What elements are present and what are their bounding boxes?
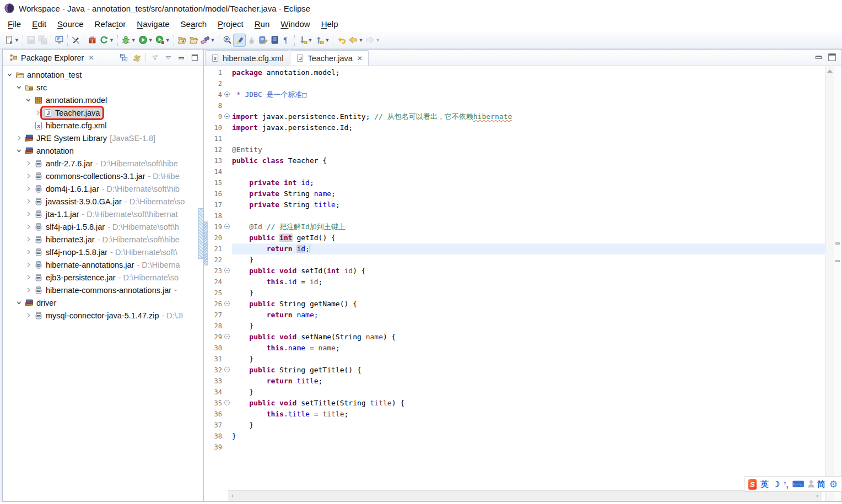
fold-collapse-icon[interactable]: − — [224, 334, 230, 339]
dropdown-arrow-icon[interactable]: ▼ — [358, 37, 363, 43]
fold-collapse-icon[interactable]: − — [224, 224, 230, 229]
code-line-27[interactable]: 27 return name; — [204, 310, 825, 321]
mark-occurrences-button[interactable] — [233, 34, 246, 47]
next-annotation-button[interactable]: ▼ — [297, 34, 314, 47]
editor-vertical-scrollbar[interactable] — [825, 66, 834, 501]
tree-item-dom4j-1.6.1.jar[interactable]: dom4j-1.6.1.jar- D:\Hibernate\soft\hib — [3, 182, 203, 195]
user-icon[interactable] — [808, 480, 813, 488]
dropdown-arrow-icon[interactable]: ▼ — [165, 37, 170, 43]
dropdown-arrow-icon[interactable]: ▼ — [148, 37, 153, 43]
keyboard-icon[interactable]: ⌨ — [792, 479, 805, 489]
menu-file[interactable]: File — [2, 18, 26, 30]
tree-item-hibernate3.jar[interactable]: hibernate3.jar- D:\Hibernate\soft\hibe — [3, 233, 203, 246]
new-java-ee-project-button[interactable] — [87, 34, 98, 47]
link-with-editor-button[interactable] — [131, 52, 142, 63]
menu-run[interactable]: Run — [249, 18, 276, 30]
code-line-12[interactable]: 12@Entity — [204, 144, 825, 155]
chevron-collapsed-icon[interactable] — [24, 235, 33, 244]
debug-button[interactable]: ▼ — [120, 34, 137, 47]
console-button[interactable] — [53, 34, 65, 47]
dropdown-arrow-icon[interactable]: ▼ — [109, 37, 114, 43]
show-book-view-button[interactable] — [269, 34, 280, 47]
coverage-button[interactable]: ▼ — [199, 34, 217, 47]
tree-item-jre-system-library[interactable]: JRE System Library[JavaSE-1.8] — [3, 132, 203, 144]
chevron-collapsed-icon[interactable] — [24, 159, 33, 168]
code-line-8[interactable]: 8 — [204, 100, 825, 111]
dropdown-arrow-icon[interactable]: ▼ — [14, 37, 19, 43]
tree-item-slf4j-api-1.5.8.jar[interactable]: slf4j-api-1.5.8.jar- D:\Hibernate\soft\h — [3, 220, 203, 233]
moon-icon[interactable]: ☽ — [773, 479, 780, 489]
menu-edit[interactable]: Edit — [26, 18, 52, 30]
tree-item-hibernate-annotations.jar[interactable]: hibernate-annotations.jar- D:\Hiberna — [3, 258, 203, 271]
dropdown-arrow-icon[interactable]: ▼ — [210, 37, 215, 43]
menu-source[interactable]: Source — [52, 18, 89, 30]
chevron-expanded-icon[interactable] — [14, 146, 24, 155]
code-line-17[interactable]: 17 private String title; — [204, 199, 825, 210]
minimize-button[interactable] — [176, 52, 187, 63]
view-menu-extra-button[interactable] — [149, 52, 160, 63]
sogou-logo[interactable]: S — [748, 479, 757, 490]
chevron-collapsed-icon[interactable] — [14, 133, 24, 143]
close-tab-icon[interactable]: ✕ — [357, 55, 363, 62]
fold-expand-icon[interactable]: + — [224, 91, 230, 97]
code-line-2[interactable]: 2 — [204, 78, 825, 89]
new-wizard-button[interactable]: ▼ — [3, 34, 20, 47]
code-line-16[interactable]: 16 private String name; — [204, 188, 825, 199]
view-menu-button[interactable] — [163, 52, 174, 63]
package-explorer-tab[interactable]: Package Explorer ✕ — [5, 50, 99, 66]
tree-item-teacher.java[interactable]: JTeacher.java — [3, 106, 203, 119]
ime-lang-indicator[interactable]: 英 — [760, 479, 769, 490]
tree-item-src[interactable]: src — [3, 81, 203, 94]
code-line-24[interactable]: 24 this.id = id; — [204, 277, 825, 288]
chevron-expanded-icon[interactable] — [5, 70, 14, 79]
package-explorer-scrollbar-thumb[interactable] — [198, 208, 203, 259]
code-line-22[interactable]: 22 } — [204, 254, 825, 265]
overview-ruler[interactable] — [834, 66, 841, 501]
code-line-4[interactable]: 4+ * JDBC 是一个标准□ — [204, 89, 825, 100]
fold-collapse-icon[interactable]: − — [224, 367, 230, 372]
menu-help[interactable]: Help — [316, 18, 344, 30]
editor-horizontal-scrollbar[interactable]: ‹ › — [228, 490, 822, 501]
menu-window[interactable]: Window — [275, 18, 315, 30]
code-line-26[interactable]: 26− public String getName() { — [204, 299, 825, 310]
tree-item-jta-1.1.jar[interactable]: jta-1.1.jar- D:\Hibernate\soft\hibernat — [3, 208, 203, 220]
chevron-expanded-icon[interactable] — [14, 298, 24, 307]
maximize-button[interactable] — [189, 52, 200, 63]
code-line-14[interactable]: 14 — [204, 166, 825, 177]
scroll-up-arrow-icon[interactable] — [827, 69, 833, 73]
run-button[interactable]: ▼ — [137, 34, 154, 47]
code-line-9[interactable]: 9−import javax.persistence.Entity; // 从包… — [204, 111, 825, 122]
menu-refactor[interactable]: Refactor — [89, 18, 132, 30]
chevron-collapsed-icon[interactable] — [24, 209, 33, 219]
open-resource-button[interactable] — [188, 34, 199, 47]
code-line-15[interactable]: 15 private int id; — [204, 177, 825, 188]
code-line-1[interactable]: 1package annotation.model; — [204, 67, 825, 78]
back-button[interactable]: ▼ — [347, 34, 364, 47]
scroll-right-arrow-icon[interactable]: › — [816, 491, 818, 500]
tree-item-ejb3-persistence.jar[interactable]: ejb3-persistence.jar- D:\Hibernate\so — [3, 271, 203, 284]
code-line-10[interactable]: 10import javax.persistence.Id; — [204, 122, 825, 133]
show-whitespace-button[interactable]: ¶ — [280, 34, 292, 47]
chevron-collapsed-icon[interactable] — [24, 184, 33, 193]
overview-annotation-marker[interactable] — [835, 260, 840, 262]
code-line-19[interactable]: 19− @Id // 把注解Id加到主键上 — [204, 221, 825, 232]
code-line-18[interactable]: 18 — [204, 210, 825, 221]
code-line-29[interactable]: 29− public void setName(String name) { — [204, 332, 825, 343]
tree-item-hibernate-commons-annotations.jar[interactable]: hibernate-commons-annotations.jar- — [3, 284, 203, 296]
code-line-13[interactable]: 13public class Teacher { — [204, 155, 825, 166]
maximize-editor-icon[interactable] — [827, 52, 837, 64]
code-line-32[interactable]: 32− public String getTitle() { — [204, 365, 825, 376]
chevron-expanded-icon[interactable] — [14, 83, 24, 92]
menu-project[interactable]: Project — [212, 18, 249, 30]
fold-collapse-icon[interactable]: − — [224, 113, 230, 119]
code-line-11[interactable]: 11 — [204, 133, 825, 144]
tree-item-hibernate.cfg.xml[interactable]: xhibernate.cfg.xml — [3, 119, 203, 132]
fold-collapse-icon[interactable]: − — [224, 268, 230, 273]
chevron-collapsed-icon[interactable] — [33, 108, 42, 117]
chevron-collapsed-icon[interactable] — [24, 222, 33, 231]
tree-item-driver[interactable]: driver — [3, 296, 203, 309]
tree-item-commons-collections-3.1.jar[interactable]: commons-collections-3.1.jar- D:\Hibe — [3, 170, 203, 182]
tree-item-annotation[interactable]: annotation — [3, 144, 203, 157]
code-line-23[interactable]: 23− public void setId(int id) { — [204, 265, 825, 277]
dropdown-arrow-icon[interactable]: ▼ — [325, 37, 330, 43]
